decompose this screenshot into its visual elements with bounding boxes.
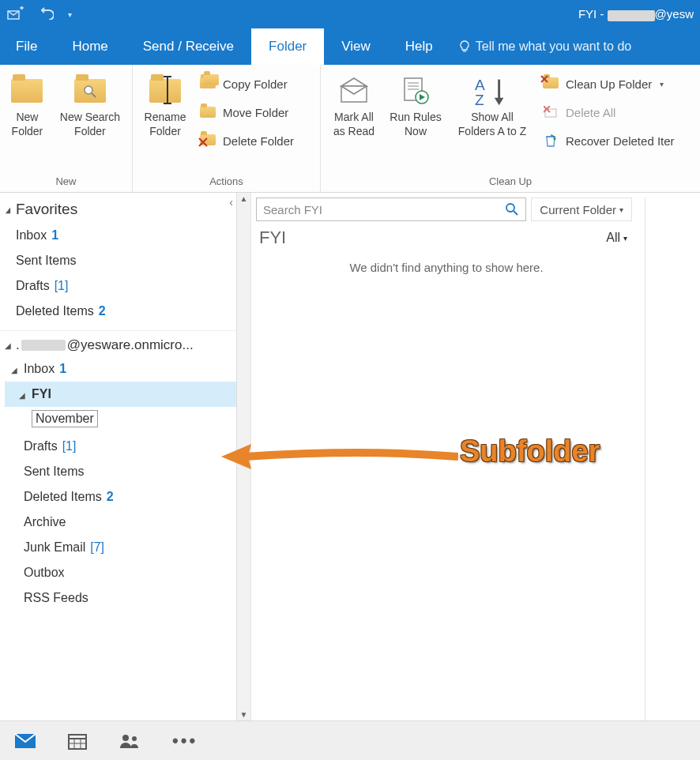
folder-item[interactable]: Archive [5, 510, 236, 535]
ribbon-group-cleanup-label: Clean Up [321, 172, 700, 192]
nav-scrollbar[interactable]: ▲ ▼ [236, 193, 250, 720]
ribbon-group-actions-label: Actions [133, 172, 320, 192]
favorites-header[interactable]: ◢ Favorites [0, 193, 236, 223]
window-title: FYI - @yesw [578, 7, 694, 21]
folder-item[interactable]: ◢Inbox 1 [5, 356, 236, 382]
ribbon-tabs: File Home Send / Receive Folder View Hel… [0, 28, 700, 65]
az-icon: AZ [473, 74, 511, 107]
tab-home[interactable]: Home [55, 28, 125, 65]
expand-triangle-icon: ◢ [17, 391, 27, 400]
move-folder-icon [199, 103, 216, 121]
folder-item[interactable]: Junk Email[7] [5, 535, 236, 560]
favorite-item[interactable]: Deleted Items 2 [0, 299, 236, 324]
ribbon-group-new-label: New [0, 172, 132, 192]
reading-pane: Search FYI Current Folder▾ FYI All▾ We d… [251, 193, 700, 720]
search-input[interactable]: Search FYI [256, 198, 526, 221]
svg-point-32 [122, 735, 129, 741]
svg-line-3 [92, 93, 96, 97]
svg-text:A: A [475, 77, 485, 93]
folder-pane: ‹ ◢ Favorites Inbox 1Sent ItemsDrafts[1]… [0, 193, 251, 720]
clean-up-folder-button[interactable]: Clean Up Folder▾ [542, 73, 675, 95]
favorite-item[interactable]: Sent Items [0, 248, 236, 273]
svg-point-2 [85, 86, 92, 94]
tab-send-receive[interactable]: Send / Receive [126, 28, 251, 65]
pane-divider[interactable] [645, 198, 649, 720]
copy-folder-button[interactable]: Copy Folder [199, 73, 294, 95]
folder-item[interactable]: Drafts[1] [5, 434, 236, 459]
svg-point-33 [132, 736, 137, 741]
svg-text:Z: Z [475, 92, 484, 107]
lightbulb-icon [458, 40, 471, 53]
title-bar: ▾ FYI - @yesw [0, 0, 700, 28]
mark-all-read-button[interactable]: Mark All as Read [326, 71, 382, 141]
empty-message: We didn't find anything to show here. [254, 253, 638, 274]
search-icon [505, 202, 519, 216]
rules-icon [397, 74, 435, 107]
qat-customize-icon[interactable]: ▾ [68, 10, 72, 19]
folder-item[interactable]: Outbox [5, 560, 236, 585]
main-area: ‹ ◢ Favorites Inbox 1Sent ItemsDrafts[1]… [0, 193, 700, 720]
delete-all-button[interactable]: Delete All [542, 101, 675, 123]
envelope-open-icon [335, 74, 373, 107]
svg-marker-17 [495, 98, 504, 106]
copy-folder-icon [199, 75, 216, 92]
recover-icon [542, 132, 559, 149]
account-header[interactable]: ◢ .@yesware.onmicro... [0, 330, 236, 356]
expand-triangle-icon: ◢ [9, 366, 19, 374]
filter-dropdown[interactable]: All▾ [606, 231, 627, 245]
scroll-down-icon[interactable]: ▼ [240, 710, 248, 719]
calendar-nav-icon[interactable] [68, 732, 87, 750]
svg-marker-6 [341, 78, 367, 86]
favorite-item[interactable]: Inbox 1 [0, 223, 236, 248]
show-all-az-button[interactable]: AZ Show All Folders A to Z [449, 71, 536, 141]
people-nav-icon[interactable] [119, 732, 141, 750]
new-folder-button[interactable]: New Folder [5, 71, 50, 141]
cleanup-folder-icon [542, 75, 559, 92]
folder-item[interactable]: RSS Feeds [5, 585, 236, 611]
rename-folder-button[interactable]: Rename Folder [137, 71, 193, 141]
delete-all-icon [542, 103, 559, 121]
expand-triangle-icon: ◢ [6, 205, 10, 214]
tab-help[interactable]: Help [388, 28, 450, 65]
new-search-folder-button[interactable]: New Search Folder [53, 71, 127, 141]
folder-item[interactable]: Deleted Items 2 [5, 484, 236, 510]
tab-folder[interactable]: Folder [251, 28, 324, 65]
svg-point-24 [506, 204, 514, 212]
tab-file[interactable]: File [0, 28, 55, 65]
folder-item[interactable]: Sent Items [5, 459, 236, 484]
folder-item[interactable]: ◢FYI [5, 382, 236, 407]
more-nav-icon[interactable]: ••• [172, 731, 198, 751]
undo-icon[interactable] [38, 7, 54, 22]
run-rules-button[interactable]: Run Rules Now [386, 71, 446, 141]
svg-rect-27 [69, 735, 86, 749]
recover-deleted-button[interactable]: Recover Deleted Iter [542, 130, 675, 152]
mail-nav-icon[interactable] [14, 733, 36, 749]
collapse-pane-icon[interactable]: ‹ [229, 196, 233, 209]
current-folder-label: FYI [259, 228, 286, 248]
new-folder-input[interactable]: November [32, 410, 98, 427]
delete-folder-button[interactable]: Delete Folder [199, 130, 294, 152]
scroll-up-icon[interactable]: ▲ [240, 194, 248, 203]
ribbon: New Folder New Search Folder New [0, 65, 700, 193]
bottom-nav: ••• [0, 720, 700, 760]
move-folder-button[interactable]: Move Folder [199, 101, 294, 123]
send-receive-qat-icon[interactable] [6, 6, 24, 23]
tab-view[interactable]: View [324, 28, 388, 65]
search-scope-dropdown[interactable]: Current Folder▾ [531, 198, 632, 221]
delete-folder-icon [199, 132, 216, 149]
favorite-item[interactable]: Drafts[1] [0, 273, 236, 299]
search-folder-icon [71, 74, 109, 107]
tell-me[interactable]: Tell me what you want to do [450, 28, 639, 65]
expand-triangle-icon: ◢ [5, 341, 11, 350]
rename-folder-icon [146, 74, 184, 107]
folder-icon [8, 74, 46, 107]
svg-line-25 [514, 211, 517, 215]
